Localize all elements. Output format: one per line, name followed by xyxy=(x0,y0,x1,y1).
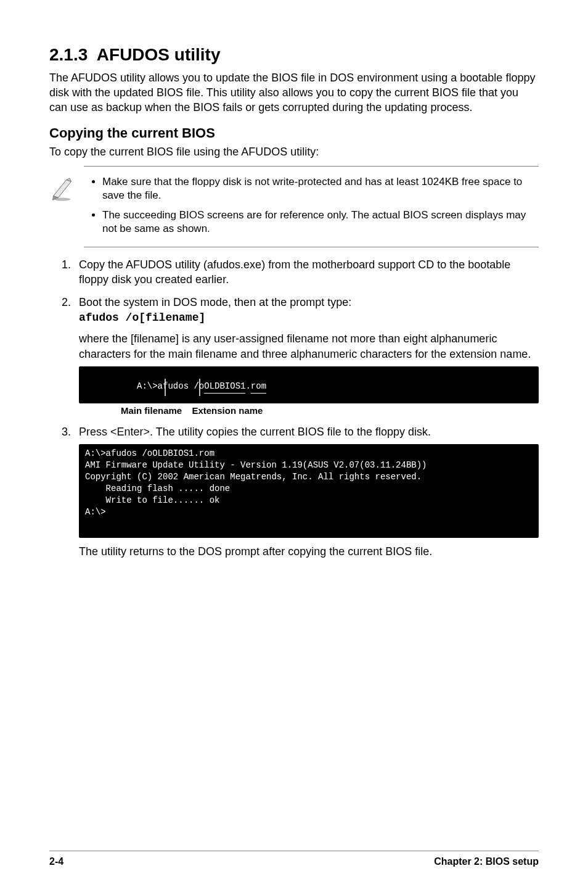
note-item: The succeeding BIOS screens are for refe… xyxy=(102,208,535,236)
page-number: 2-4 xyxy=(49,855,63,868)
terminal-callouts: Main filename Extension name xyxy=(79,405,539,417)
note-block: Make sure that the floppy disk is not wr… xyxy=(49,166,539,247)
step-text: Press <Enter>. The utility copies the cu… xyxy=(79,424,539,439)
section-number: 2.1.3 xyxy=(49,45,88,64)
step-3: Press <Enter>. The utility copies the cu… xyxy=(74,424,539,559)
subsection-heading: Copying the current BIOS xyxy=(49,124,539,142)
step-text: where the [filename] is any user-assigne… xyxy=(79,331,539,361)
command-text: afudos /o[filename] xyxy=(79,311,205,324)
note-icon xyxy=(49,166,84,247)
step-1: Copy the AFUDOS utility (afudos.exe) fro… xyxy=(74,257,539,287)
step-text: Boot the system in DOS mode, then at the… xyxy=(79,295,539,310)
step-2: Boot the system in DOS mode, then at the… xyxy=(74,295,539,417)
term-main-filename: OLDBIOS1 xyxy=(204,381,245,394)
term-prefix: A:\>afudos /o xyxy=(137,381,204,391)
callout-extension-name: Extension name xyxy=(192,405,263,417)
chapter-label: Chapter 2: BIOS setup xyxy=(434,855,539,868)
page-footer: 2-4 Chapter 2: BIOS setup xyxy=(49,851,539,868)
term-dot: . xyxy=(245,381,250,391)
terminal-output: A:\>afudos /oOLDBIOS1.rom AMI Firmware U… xyxy=(79,444,539,538)
section-heading: 2.1.3 AFUDOS utility xyxy=(49,43,539,67)
terminal-output: A:\>afudos /oOLDBIOS1.rom xyxy=(79,366,539,403)
note-item: Make sure that the floppy disk is not wr… xyxy=(102,175,535,202)
callout-main-filename: Main filename xyxy=(121,405,182,417)
step-text: The utility returns to the DOS prompt af… xyxy=(79,544,539,559)
section-title: AFUDOS utility xyxy=(97,45,221,64)
step-text: Copy the AFUDOS utility (afudos.exe) fro… xyxy=(79,257,539,287)
subsection-lead: To copy the current BIOS file using the … xyxy=(49,144,539,159)
section-intro: The AFUDOS utility allows you to update … xyxy=(49,70,539,115)
term-ext: rom xyxy=(251,381,266,394)
